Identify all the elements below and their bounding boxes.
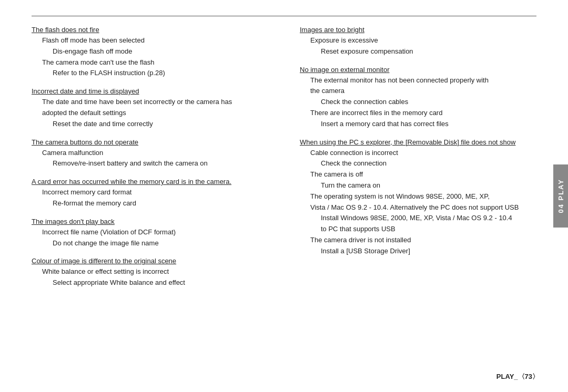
section-line: Cable connection is incorrect — [300, 148, 536, 159]
section-line: Turn the camera on — [300, 180, 536, 191]
section-line: Vista / Mac OS 9.2 - 10.4. Alternatively… — [300, 202, 536, 213]
section-title-date: Incorrect date and time is displayed — [32, 87, 268, 95]
section-line: Flash off mode has been selected — [32, 35, 268, 46]
section-title-playback: The images don't play back — [32, 218, 268, 225]
section-colour: Colour of image is different to the orig… — [32, 257, 268, 288]
section-line: Select appropriate White balance and eff… — [32, 277, 268, 288]
page-container: The flash does not fireFlash off mode ha… — [0, 0, 568, 392]
section-line: The date and time have been set incorrec… — [32, 97, 268, 108]
section-line: adopted the default settings — [32, 108, 268, 119]
left-column: The flash does not fireFlash off mode ha… — [32, 26, 273, 297]
chapter-tab: 04 PLAY — [553, 0, 568, 392]
chapter-tab-label: 04 PLAY — [557, 179, 565, 213]
section-line: Incorrect memory card format — [32, 187, 268, 198]
section-line: White balance or effect setting is incor… — [32, 266, 268, 277]
section-line: The camera driver is not installed — [300, 235, 536, 246]
section-line: Re-format the memory card — [32, 198, 268, 209]
section-line: Dis-engage flash off mode — [32, 46, 268, 57]
section-line: Exposure is excessive — [300, 35, 536, 46]
section-title-monitor: No image on external monitor — [300, 66, 536, 74]
section-explorer: When using the PC s explorer, the [Remov… — [300, 138, 536, 257]
section-line: Install Windows 98SE, 2000, ME, XP, Vist… — [300, 213, 536, 224]
section-line: Incorrect file name (Violation of DCF fo… — [32, 227, 268, 238]
section-title-flash: The flash does not fire — [32, 26, 268, 34]
section-title-bright: Images are too bright — [300, 26, 536, 34]
section-line: Refer to the FLASH instruction (p.28) — [32, 68, 268, 79]
section-line: The camera is off — [300, 169, 536, 180]
section-line: Reset exposure compensation — [300, 46, 536, 57]
section-line: Camera malfunction — [32, 148, 268, 159]
section-title-colour: Colour of image is different to the orig… — [32, 257, 268, 265]
section-line: There are incorrect files in the memory … — [300, 108, 536, 119]
section-playback: The images don't play backIncorrect file… — [32, 218, 268, 249]
section-line: Do not change the image file name — [32, 238, 268, 249]
section-line: Check the connection cables — [300, 97, 536, 108]
section-title-explorer: When using the PC s explorer, the [Remov… — [300, 138, 536, 146]
section-buttons: The camera buttons do not operateCamera … — [32, 138, 268, 170]
chapter-tab-inner: 04 PLAY — [553, 164, 568, 228]
section-flash: The flash does not fireFlash off mode ha… — [32, 26, 268, 79]
section-line: The operating system is not Windows 98SE… — [300, 191, 536, 202]
page-footer: PLAY_〈73〉 — [496, 372, 539, 381]
section-line: Reset the date and time correctly — [32, 119, 268, 130]
section-line: Check the connection — [300, 158, 536, 169]
section-line: The external monitor has not been connec… — [300, 75, 536, 86]
section-line: Remove/re-insert battery and switch the … — [32, 158, 268, 169]
right-column: Images are too brightExposure is excessi… — [295, 26, 536, 297]
section-card-error: A card error has occurred while the memo… — [32, 178, 268, 209]
section-bright: Images are too brightExposure is excessi… — [300, 26, 536, 57]
section-line: the camera — [300, 86, 536, 97]
section-monitor: No image on external monitorThe external… — [300, 66, 536, 130]
content-columns: The flash does not fireFlash off mode ha… — [32, 26, 536, 297]
section-line: Install a [USB Storage Driver] — [300, 246, 536, 257]
section-title-card-error: A card error has occurred while the memo… — [32, 178, 268, 185]
top-rule — [32, 16, 536, 16]
section-title-buttons: The camera buttons do not operate — [32, 138, 268, 146]
section-line: Insert a memory card that has correct fi… — [300, 119, 536, 130]
section-line: The camera mode can't use the flash — [32, 57, 268, 68]
section-date: Incorrect date and time is displayedThe … — [32, 87, 268, 129]
section-line: to PC that supports USB — [300, 224, 536, 235]
